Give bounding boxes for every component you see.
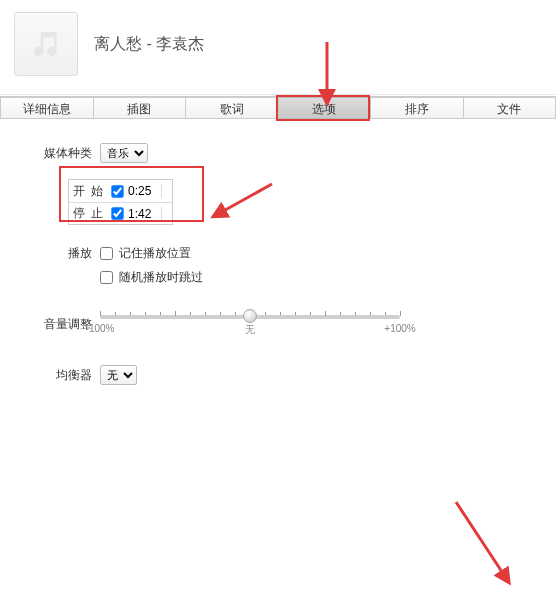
eq-label: 均衡器 <box>28 367 92 384</box>
media-type-select[interactable]: 音乐 <box>100 143 148 163</box>
volume-slider[interactable]: -100% 无 +100% <box>100 307 400 341</box>
tab-artwork[interactable]: 插图 <box>94 97 187 119</box>
playback-label: 播放 <box>28 243 92 262</box>
start-input[interactable] <box>128 184 162 198</box>
music-note-icon <box>30 28 62 60</box>
stop-input[interactable] <box>128 207 162 221</box>
header: 离人愁 - 李袁杰 <box>0 0 556 95</box>
tab-details[interactable]: 详细信息 <box>0 97 94 119</box>
remember-position-label: 记住播放位置 <box>119 245 191 262</box>
tab-bar: 详细信息 插图 歌词 选项 排序 文件 <box>0 96 556 119</box>
tab-options[interactable]: 选项 <box>279 97 372 119</box>
volume-label: 音量调整 <box>28 316 92 333</box>
annotation-arrow-down-bottom <box>446 498 526 591</box>
slider-thumb[interactable] <box>243 309 257 323</box>
tab-lyrics[interactable]: 歌词 <box>186 97 279 119</box>
options-pane: 媒体种类 音乐 开始 停止 播放 记住播放位置 随机播放时跳过 <box>0 119 556 419</box>
skip-shuffle-label: 随机播放时跳过 <box>119 269 203 286</box>
tab-sort[interactable]: 排序 <box>371 97 464 119</box>
artwork-placeholder <box>14 12 78 76</box>
tab-file[interactable]: 文件 <box>464 97 557 119</box>
remember-position-checkbox[interactable] <box>100 247 113 260</box>
skip-shuffle-checkbox[interactable] <box>100 271 113 284</box>
stop-label: 停止 <box>73 205 103 222</box>
song-title: 离人愁 - 李袁杰 <box>94 34 204 55</box>
start-label: 开始 <box>73 183 103 200</box>
stop-checkbox[interactable] <box>111 207 123 219</box>
svg-line-2 <box>456 502 506 578</box>
media-type-label: 媒体种类 <box>28 145 92 162</box>
time-box: 开始 停止 <box>68 179 173 225</box>
start-checkbox[interactable] <box>111 185 123 197</box>
eq-select[interactable]: 无 <box>100 365 137 385</box>
